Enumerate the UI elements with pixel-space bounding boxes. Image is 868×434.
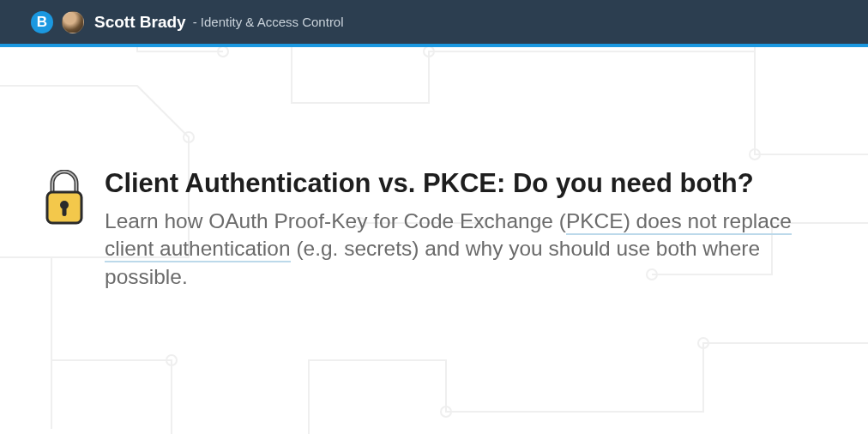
avatar[interactable] xyxy=(62,11,84,33)
brand-name[interactable]: Scott Brady xyxy=(94,13,186,32)
svg-point-3 xyxy=(750,149,760,160)
svg-rect-12 xyxy=(63,207,67,216)
svg-point-5 xyxy=(441,407,451,417)
site-header: B Scott Brady - Identity & Access Contro… xyxy=(0,0,868,44)
svg-point-6 xyxy=(698,338,708,348)
article-summary: Learn how OAuth Proof-Key for Code Excha… xyxy=(105,208,813,292)
brand-tagline: - Identity & Access Control xyxy=(193,15,344,29)
svg-point-1 xyxy=(218,46,228,57)
logo-letter: B xyxy=(37,14,47,31)
header-accent-bar xyxy=(0,44,868,47)
summary-text-1: Learn how OAuth Proof-Key for Code Excha… xyxy=(105,209,566,232)
lock-icon xyxy=(45,170,84,226)
logo-icon[interactable]: B xyxy=(31,11,53,33)
svg-point-2 xyxy=(424,46,434,57)
svg-point-0 xyxy=(184,132,194,142)
article-title[interactable]: Client Authentication vs. PKCE: Do you n… xyxy=(105,168,813,199)
article-card: Client Authentication vs. PKCE: Do you n… xyxy=(45,168,813,292)
svg-point-4 xyxy=(166,355,177,365)
